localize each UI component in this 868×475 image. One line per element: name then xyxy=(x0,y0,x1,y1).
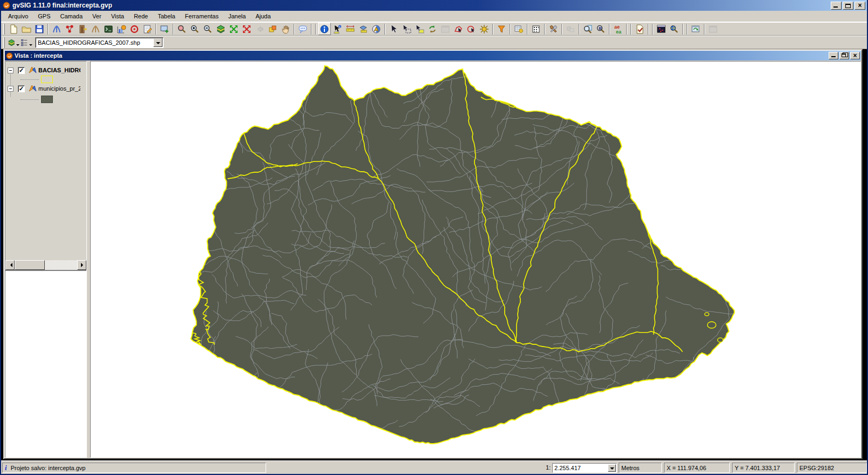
zoom-select-button[interactable] xyxy=(175,23,188,35)
scroll-right-button[interactable] xyxy=(77,260,86,270)
zoom-previous-button xyxy=(253,23,266,35)
measure-distance-button[interactable] xyxy=(344,23,357,35)
layer-name[interactable]: municipios_pr_20 xyxy=(38,85,80,92)
select-layer-button[interactable] xyxy=(413,23,426,35)
menu-camada[interactable]: Camada xyxy=(56,11,88,21)
refresh-view-button[interactable] xyxy=(689,23,702,35)
menu-rede[interactable]: Rede xyxy=(129,11,153,21)
filter-button[interactable] xyxy=(495,23,508,35)
claw-blue-icon xyxy=(52,24,62,34)
vista-title-bar[interactable]: Vista : intercepta × xyxy=(5,51,861,60)
text-translate-button[interactable] xyxy=(612,23,625,35)
scroll-left-button[interactable] xyxy=(5,260,15,270)
zoom-extent-button[interactable] xyxy=(227,23,240,35)
menu-gps[interactable]: GPS xyxy=(33,11,55,21)
zoom-in-button[interactable] xyxy=(188,23,201,35)
pan-frame-button[interactable] xyxy=(266,23,279,35)
open-project-button[interactable] xyxy=(20,23,33,35)
vista-minimize-button[interactable] xyxy=(829,52,838,59)
tree-connector xyxy=(10,91,11,97)
layer-visibility-checkbox[interactable]: ✓ xyxy=(18,67,25,74)
layer-toolbar-grip[interactable] xyxy=(3,37,5,48)
save-project-button[interactable] xyxy=(33,23,46,35)
vista-icon xyxy=(6,52,13,59)
compass-button[interactable] xyxy=(370,23,383,35)
zoom-out-button[interactable] xyxy=(201,23,214,35)
console-button[interactable] xyxy=(102,23,115,35)
layer-manager-button[interactable] xyxy=(7,36,20,49)
pattern-button[interactable] xyxy=(530,23,542,35)
scale-combobox[interactable]: 2.255.417 xyxy=(552,463,617,473)
info-button[interactable] xyxy=(318,23,331,35)
combo-dropdown-button[interactable] xyxy=(153,38,162,47)
hyperlink-button[interactable] xyxy=(296,23,309,35)
pan-button[interactable] xyxy=(279,23,292,35)
add-layer-button[interactable] xyxy=(158,23,171,35)
window-title: gvSIG 1.11.0 final:intercepta.gvp xyxy=(12,2,112,9)
vista-close-button[interactable]: × xyxy=(850,52,860,59)
expand-toggle[interactable] xyxy=(8,86,13,92)
record-button[interactable] xyxy=(128,23,141,35)
layer-icon xyxy=(28,84,37,93)
locator-panel xyxy=(5,270,86,457)
toc-horizontal-scrollbar[interactable] xyxy=(5,260,86,270)
select-rectangle-button[interactable] xyxy=(400,23,413,35)
funnel-icon xyxy=(497,24,506,34)
scripting-button[interactable] xyxy=(89,23,102,35)
point-info-button[interactable] xyxy=(331,23,344,35)
notepad-icon xyxy=(143,24,152,34)
measure-area-button[interactable] xyxy=(357,23,370,35)
table-settings-button[interactable] xyxy=(512,23,525,35)
zoom-full-button[interactable] xyxy=(240,23,253,35)
vista-restore-button[interactable] xyxy=(839,52,849,59)
tools-button[interactable] xyxy=(547,23,560,35)
units-panel: Metros xyxy=(619,463,662,473)
cursor-info-icon xyxy=(333,24,342,34)
layers-icon xyxy=(8,38,16,48)
mag-globe-icon xyxy=(669,24,679,34)
gazetteer-button[interactable] xyxy=(594,23,607,35)
refresh-icon xyxy=(428,24,437,34)
coastal-island xyxy=(707,322,716,328)
zoom-raster-button[interactable] xyxy=(668,23,681,35)
close-button[interactable]: × xyxy=(855,2,865,10)
select-button[interactable] xyxy=(387,23,400,35)
legend-swatch[interactable] xyxy=(41,76,53,83)
menu-janela[interactable]: Janela xyxy=(223,11,250,21)
minimize-button[interactable] xyxy=(831,2,842,10)
zoom-layer-button[interactable] xyxy=(214,23,227,35)
select-polygon-button[interactable] xyxy=(452,23,465,35)
layers-icon xyxy=(216,24,226,34)
centroid-button[interactable] xyxy=(478,23,491,35)
select-circle-button[interactable] xyxy=(465,23,478,35)
statistics-button[interactable] xyxy=(115,23,128,35)
expand-toggle[interactable] xyxy=(8,67,13,73)
layer-name[interactable]: BACIAS_HIDROGRAFICAS_2007 xyxy=(38,67,80,73)
menu-ajuda[interactable]: Ajuda xyxy=(250,11,275,21)
new-document-button[interactable] xyxy=(7,23,20,35)
toc-order-button[interactable] xyxy=(20,36,33,49)
legend-swatch[interactable] xyxy=(41,96,53,103)
geoprocessing-button[interactable] xyxy=(63,23,76,35)
menu-ferramentas[interactable]: Ferramentas xyxy=(180,11,223,21)
maximize-button[interactable] xyxy=(843,2,853,10)
layer-visibility-checkbox[interactable]: ✓ xyxy=(18,85,25,92)
menu-arquivo[interactable]: Arquivo xyxy=(3,11,33,21)
area-icon xyxy=(358,24,368,34)
scrollbar-thumb[interactable] xyxy=(15,260,45,270)
menu-vista[interactable]: Vista xyxy=(106,11,129,21)
raster-tools-button[interactable] xyxy=(655,23,668,35)
reload-selection-button[interactable] xyxy=(426,23,439,35)
export-button[interactable] xyxy=(76,23,89,35)
menu-tabela[interactable]: Tabela xyxy=(153,11,180,21)
validate-button[interactable] xyxy=(633,23,646,35)
catalog-search-button[interactable] xyxy=(581,23,594,35)
map-canvas[interactable] xyxy=(90,61,861,458)
mag-doc-icon xyxy=(583,24,593,34)
active-layer-combobox[interactable]: BACIAS_HIDROGRAFICAS_2007.shp xyxy=(35,37,164,48)
toolbar-grip[interactable] xyxy=(3,24,5,35)
add-event-theme-button[interactable] xyxy=(50,23,63,35)
scale-dropdown-button[interactable] xyxy=(608,464,616,472)
annotation-button[interactable] xyxy=(141,23,154,35)
menu-ver[interactable]: Ver xyxy=(87,11,106,21)
